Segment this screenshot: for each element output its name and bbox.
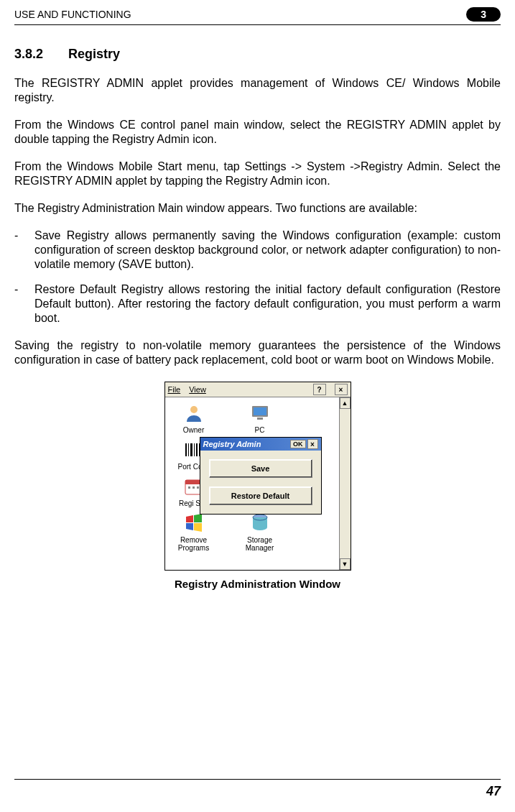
chapter-badge: 3 <box>466 7 501 22</box>
monitor-icon <box>249 402 272 425</box>
list-item: - Save Registry allows permanently savin… <box>14 229 501 272</box>
scroll-up-icon[interactable]: ▲ <box>340 397 351 409</box>
paragraph: From the Windows Mobile Start menu, tap … <box>14 160 501 188</box>
person-icon <box>182 402 205 425</box>
svg-rect-2 <box>254 407 266 415</box>
svg-rect-5 <box>188 443 189 456</box>
svg-point-0 <box>190 406 198 413</box>
section-heading: 3.8.2 Registry <box>14 47 501 62</box>
svg-rect-4 <box>185 443 187 456</box>
paragraph: The REGISTRY ADMIN applet provides manag… <box>14 76 501 105</box>
svg-rect-14 <box>192 486 195 489</box>
ce-menubar: File View ? × <box>165 382 351 397</box>
icon-pc[interactable]: PC <box>234 402 286 434</box>
paragraph: The Registry Administration Main window … <box>14 201 501 216</box>
close-icon[interactable]: × <box>307 439 318 449</box>
svg-rect-7 <box>194 443 195 456</box>
save-button[interactable]: Save <box>209 459 312 478</box>
bullet-marker: - <box>14 282 34 326</box>
page-footer: 47 <box>14 779 501 799</box>
paragraph: From the Windows CE control panel main w… <box>14 118 501 147</box>
list-item: - Restore Default Registry allows restor… <box>14 282 501 326</box>
menu-file[interactable]: File <box>168 385 181 394</box>
help-button[interactable]: ? <box>313 384 326 395</box>
svg-rect-13 <box>188 486 190 489</box>
header-title: USE AND FUNCTIONING <box>14 9 131 20</box>
page-header: USE AND FUNCTIONING 3 <box>14 7 501 25</box>
close-button[interactable]: × <box>335 384 348 395</box>
icon-label: Owner <box>183 426 204 434</box>
scroll-down-icon[interactable]: ▼ <box>340 558 351 570</box>
svg-rect-15 <box>197 486 199 489</box>
svg-rect-3 <box>257 417 263 420</box>
icon-remove-programs[interactable]: Remove Programs <box>168 512 220 552</box>
database-icon <box>249 512 272 535</box>
icon-label: Remove Programs <box>168 536 220 552</box>
section-title: Registry <box>68 47 120 61</box>
dialog-titlebar: Registry Admin OK × <box>200 438 321 451</box>
windows-icon <box>182 512 205 535</box>
ok-button[interactable]: OK <box>290 440 306 448</box>
svg-rect-8 <box>196 443 198 456</box>
restore-default-button[interactable]: Restore Default <box>209 486 312 505</box>
figure-caption: Registry Administration Window <box>175 578 340 590</box>
figure: File View ? × Owner <box>14 382 501 590</box>
icon-label: PC <box>255 426 265 434</box>
scrollbar[interactable]: ▲ ▼ <box>339 397 351 570</box>
svg-rect-6 <box>190 443 192 456</box>
bullet-text: Save Registry allows permanently saving … <box>34 229 501 272</box>
ce-window: File View ? × Owner <box>164 382 351 571</box>
dialog-body: Save Restore Default <box>200 451 321 514</box>
menu-view[interactable]: View <box>189 385 206 394</box>
paragraph: Saving the registry to non-volatile memo… <box>14 338 501 367</box>
page-number: 47 <box>486 784 501 798</box>
section-number: 3.8.2 <box>14 47 43 62</box>
dialog-title-text: Registry Admin <box>203 440 291 448</box>
registry-admin-dialog: Registry Admin OK × Save Restore Default <box>200 437 322 515</box>
bullet-text: Restore Default Registry allows restorin… <box>34 282 501 326</box>
icon-storage-manager[interactable]: Storage Manager <box>234 512 286 552</box>
bullet-list: - Save Registry allows permanently savin… <box>14 229 501 326</box>
icon-label: Storage Manager <box>234 536 286 552</box>
bullet-marker: - <box>14 229 34 272</box>
ce-body: Owner PC Port Colle <box>165 397 351 570</box>
icon-owner[interactable]: Owner <box>168 402 220 434</box>
